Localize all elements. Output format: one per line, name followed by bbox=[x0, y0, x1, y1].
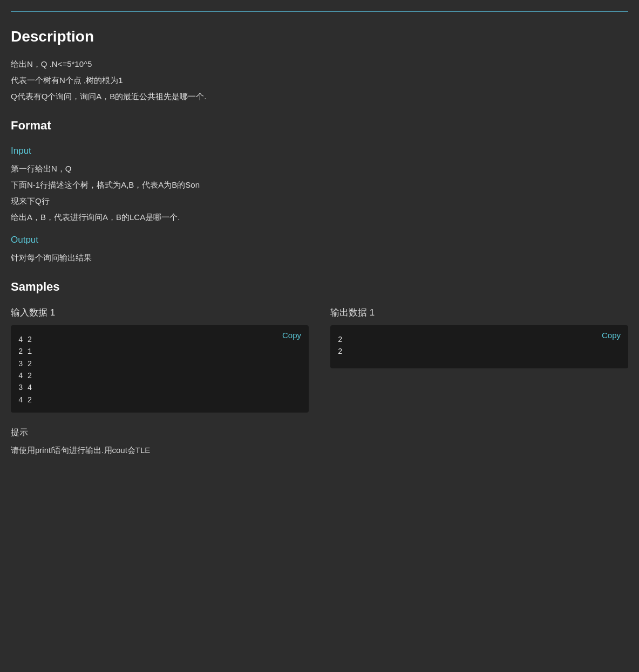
input-code-box: Copy 4 2 2 1 3 2 4 2 3 4 4 2 bbox=[11, 325, 309, 413]
hint-title: 提示 bbox=[11, 426, 628, 440]
output-code-box: Copy 2 2 bbox=[330, 325, 628, 368]
input-line-3: 现来下Q行 bbox=[11, 195, 628, 208]
input-label: Input bbox=[11, 143, 628, 158]
samples-title: Samples bbox=[11, 277, 628, 296]
output-line-1: 针对每个询问输出结果 bbox=[11, 251, 628, 264]
input-sample-label: 输入数据 1 bbox=[11, 305, 309, 320]
output-label: Output bbox=[11, 232, 628, 247]
hint-text: 请使用printf语句进行输出.用cout会TLE bbox=[11, 444, 628, 457]
output-sample-label: 输出数据 1 bbox=[330, 305, 628, 320]
output-sample-block: 输出数据 1 Copy 2 2 bbox=[330, 305, 628, 413]
input-line-1: 第一行给出N，Q bbox=[11, 162, 628, 175]
samples-grid: 输入数据 1 Copy 4 2 2 1 3 2 4 2 3 4 4 2 输出数据… bbox=[11, 305, 628, 413]
description-line-2: 代表一个树有N个点 ,树的根为1 bbox=[11, 74, 628, 87]
description-title: Description bbox=[11, 25, 628, 49]
output-code-content: 2 2 bbox=[338, 334, 621, 358]
input-code-content: 4 2 2 1 3 2 4 2 3 4 4 2 bbox=[18, 334, 301, 406]
input-copy-button[interactable]: Copy bbox=[282, 331, 301, 340]
top-border bbox=[11, 11, 628, 12]
input-line-2: 下面N-1行描述这个树，格式为A,B，代表A为B的Son bbox=[11, 179, 628, 191]
description-line-3: Q代表有Q个询问，询问A，B的最近公共祖先是哪一个. bbox=[11, 90, 628, 103]
input-line-4: 给出A，B，代表进行询问A，B的LCA是哪一个. bbox=[11, 211, 628, 224]
input-sample-block: 输入数据 1 Copy 4 2 2 1 3 2 4 2 3 4 4 2 bbox=[11, 305, 309, 413]
format-title: Format bbox=[11, 116, 628, 135]
description-line-1: 给出N，Q .N<=5*10^5 bbox=[11, 58, 628, 71]
output-copy-button[interactable]: Copy bbox=[602, 331, 621, 340]
